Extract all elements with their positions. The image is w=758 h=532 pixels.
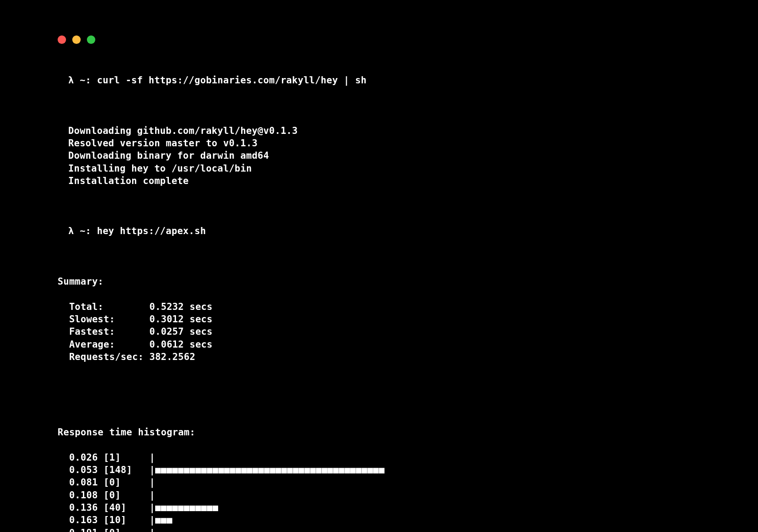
output-line: Installation complete — [68, 175, 700, 187]
histogram-row: 0.191 [0] | — [58, 527, 700, 532]
output-line: Resolved version master to v0.1.3 — [68, 137, 700, 149]
prompt-line-1: λ ~: curl -sf https://gobinaries.com/rak… — [68, 74, 700, 86]
zoom-icon[interactable] — [87, 35, 95, 44]
summary-row: Average: 0.0612 secs — [58, 338, 700, 351]
histogram-header: Response time histogram: — [58, 426, 700, 438]
close-icon[interactable] — [58, 35, 66, 44]
summary-header: Summary: — [58, 275, 700, 288]
summary-rows: Total: 0.5232 secs Slowest: 0.3012 secs … — [58, 301, 700, 364]
histogram-row: 0.081 [0] | — [58, 476, 700, 489]
output-line: Downloading github.com/rakyll/hey@v0.1.3 — [68, 125, 700, 137]
histogram-row: 0.053 [148] |■■■■■■■■■■■■■■■■■■■■■■■■■■■… — [58, 464, 700, 476]
histogram-row: 0.136 [40] |■■■■■■■■■■■ — [58, 501, 700, 514]
summary-row: Slowest: 0.3012 secs — [58, 313, 700, 325]
histogram-rows: 0.026 [1] | 0.053 [148] |■■■■■■■■■■■■■■■… — [58, 451, 700, 532]
window-titlebar — [58, 35, 700, 44]
histogram-row: 0.163 [10] |■■■ — [58, 514, 700, 526]
prompt-line-2: λ ~: hey https://apex.sh — [68, 225, 700, 237]
minimize-icon[interactable] — [72, 35, 81, 44]
summary-row: Fastest: 0.0257 secs — [58, 325, 700, 338]
terminal-content[interactable]: λ ~: curl -sf https://gobinaries.com/rak… — [58, 62, 700, 532]
summary-row: Total: 0.5232 secs — [58, 301, 700, 313]
histogram-row: 0.026 [1] | — [58, 451, 700, 464]
summary-row: Requests/sec: 382.2562 — [58, 351, 700, 363]
histogram-row: 0.108 [0] | — [58, 489, 700, 501]
install-output: Downloading github.com/rakyll/hey@v0.1.3… — [68, 125, 700, 188]
terminal-window: λ ~: curl -sf https://gobinaries.com/rak… — [0, 0, 758, 532]
output-line: Installing hey to /usr/local/bin — [68, 162, 700, 175]
output-line: Downloading binary for darwin amd64 — [68, 149, 700, 162]
